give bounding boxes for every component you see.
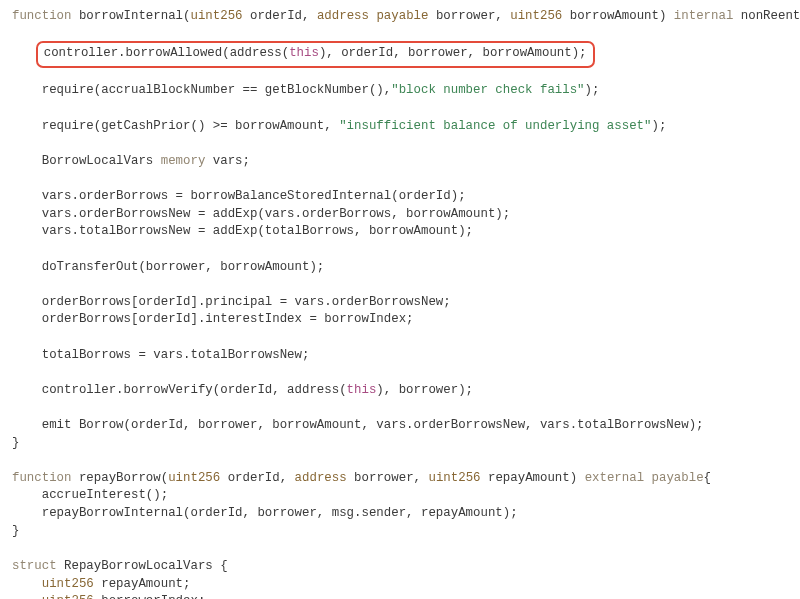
code-token: totalBorrows = vars.totalBorrowsNew;	[42, 348, 310, 362]
code-token: borrowAmount)	[562, 9, 674, 23]
code-line: controller.borrowVerify(orderId, address…	[12, 382, 788, 400]
code-token: borrower,	[428, 9, 510, 23]
code-line	[12, 276, 788, 294]
code-token: struct	[12, 559, 57, 573]
code-token: require(getCashPrior() >= borrowAmount,	[42, 119, 339, 133]
code-line: repayBorrowInternal(orderId, borrower, m…	[12, 505, 788, 523]
code-token: external payable	[585, 471, 704, 485]
code-token: repayAmount)	[481, 471, 585, 485]
code-token: vars.orderBorrowsNew = addExp(vars.order…	[42, 207, 510, 221]
indent	[12, 224, 42, 238]
code-token: borrower,	[347, 471, 429, 485]
code-line: require(accrualBlockNumber == getBlockNu…	[12, 82, 788, 100]
code-line: }	[12, 523, 788, 541]
indent	[12, 312, 42, 326]
code-line: require(getCashPrior() >= borrowAmount, …	[12, 118, 788, 136]
code-line: vars.orderBorrows = borrowBalanceStoredI…	[12, 188, 788, 206]
indent	[12, 418, 42, 432]
code-token: function	[12, 9, 72, 23]
code-line	[12, 100, 788, 118]
code-token: internal	[674, 9, 734, 23]
code-token: uint256	[510, 9, 562, 23]
code-token: ), borrower);	[376, 383, 473, 397]
code-token: borrowInternal(	[72, 9, 191, 23]
code-line: totalBorrows = vars.totalBorrowsNew;	[12, 347, 788, 365]
code-token: uint256	[42, 577, 94, 591]
code-token: this	[347, 383, 377, 397]
code-token: orderBorrows[orderId].principal = vars.o…	[42, 295, 451, 309]
code-token: controller.borrowVerify(orderId, address…	[42, 383, 347, 397]
code-token: repayBorrow(	[72, 471, 169, 485]
code-line	[12, 170, 788, 188]
code-token: nonReentrant{	[733, 9, 800, 23]
code-token: borrowerIndex;	[94, 594, 206, 599]
code-token: accrueInterest();	[42, 488, 168, 502]
code-line: }	[12, 435, 788, 453]
code-token: memory	[161, 154, 206, 168]
code-token: orderBorrows[orderId].interestIndex = bo…	[42, 312, 414, 326]
code-token: require(accrualBlockNumber == getBlockNu…	[42, 83, 391, 97]
code-line: orderBorrows[orderId].interestIndex = bo…	[12, 311, 788, 329]
code-line: vars.totalBorrowsNew = addExp(totalBorro…	[12, 223, 788, 241]
code-token: }	[12, 524, 19, 538]
code-token: BorrowLocalVars	[42, 154, 161, 168]
code-line: struct RepayBorrowLocalVars {	[12, 558, 788, 576]
code-token: {	[704, 471, 711, 485]
code-token: this	[289, 46, 319, 60]
indent	[12, 594, 42, 599]
code-token: repayBorrowInternal(orderId, borrower, m…	[42, 506, 518, 520]
code-line: controller.borrowAllowed(address(this), …	[12, 43, 788, 65]
code-token: "insufficient balance of underlying asse…	[339, 119, 651, 133]
code-token: emit Borrow(orderId, borrower, borrowAmo…	[42, 418, 704, 432]
indent	[12, 577, 42, 591]
code-token: address payable	[317, 9, 429, 23]
code-token: vars.totalBorrowsNew = addExp(totalBorro…	[42, 224, 473, 238]
code-token: vars.orderBorrows = borrowBalanceStoredI…	[42, 189, 466, 203]
code-line	[12, 364, 788, 382]
code-line: doTransferOut(borrower, borrowAmount);	[12, 259, 788, 277]
code-line: uint256 borrowerIndex;	[12, 593, 788, 599]
code-token: uint256	[42, 594, 94, 599]
code-line: BorrowLocalVars memory vars;	[12, 153, 788, 171]
code-line: orderBorrows[orderId].principal = vars.o…	[12, 294, 788, 312]
code-line	[12, 399, 788, 417]
indent	[12, 83, 42, 97]
code-token: );	[651, 119, 666, 133]
code-token: }	[12, 436, 19, 450]
indent	[12, 348, 42, 362]
indent	[12, 207, 42, 221]
code-token: function	[12, 471, 72, 485]
code-token: controller.borrowAllowed(address(	[44, 46, 289, 60]
highlighted-line: controller.borrowAllowed(address(this), …	[36, 41, 595, 68]
code-token: repayAmount;	[94, 577, 191, 591]
indent	[12, 488, 42, 502]
code-token: vars;	[205, 154, 250, 168]
code-line: function borrowInternal(uint256 orderId,…	[12, 8, 788, 26]
indent	[12, 189, 42, 203]
code-line: uint256 repayAmount;	[12, 576, 788, 594]
code-token: uint256	[428, 471, 480, 485]
code-token: RepayBorrowLocalVars {	[57, 559, 228, 573]
code-token: );	[585, 83, 600, 97]
code-line: function repayBorrow(uint256 orderId, ad…	[12, 470, 788, 488]
code-line	[12, 329, 788, 347]
code-line: accrueInterest();	[12, 487, 788, 505]
code-line: vars.orderBorrowsNew = addExp(vars.order…	[12, 206, 788, 224]
code-token: doTransferOut(borrower, borrowAmount);	[42, 260, 325, 274]
code-line	[12, 452, 788, 470]
code-line	[12, 540, 788, 558]
indent	[12, 295, 42, 309]
code-token: orderId,	[220, 471, 294, 485]
code-token: ), orderId, borrower, borrowAmount);	[319, 46, 587, 60]
code-token: uint256	[168, 471, 220, 485]
indent	[12, 154, 42, 168]
code-line	[12, 241, 788, 259]
code-line: emit Borrow(orderId, borrower, borrowAmo…	[12, 417, 788, 435]
code-token: orderId,	[243, 9, 317, 23]
code-line	[12, 135, 788, 153]
indent	[12, 506, 42, 520]
indent	[12, 119, 42, 133]
code-token: uint256	[190, 9, 242, 23]
indent	[12, 383, 42, 397]
indent	[12, 260, 42, 274]
